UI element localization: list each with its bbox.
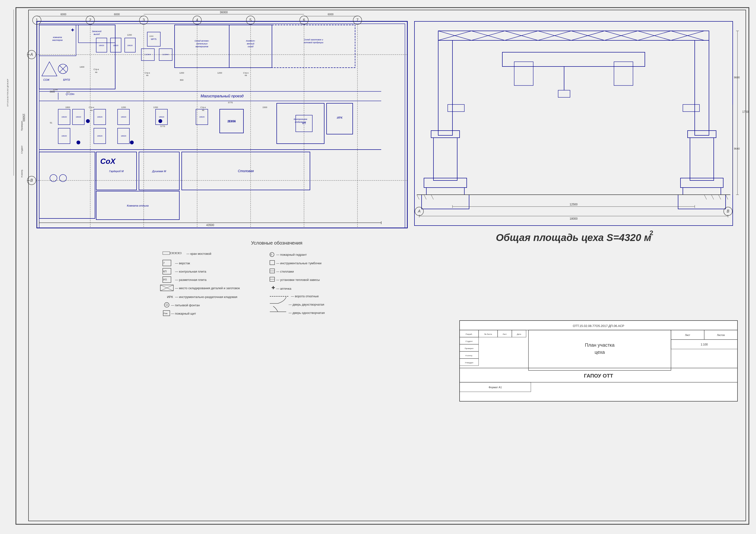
svg-text:ка: ка	[95, 71, 97, 73]
svg-text:Проверил: Проверил	[465, 347, 473, 350]
svg-rect-175	[690, 138, 714, 180]
svg-text:— питьевой фонтан: — питьевой фонтан	[171, 304, 200, 307]
svg-rect-244	[270, 260, 275, 265]
svg-text:5775: 5775	[228, 101, 233, 104]
svg-text:Листов: Листов	[717, 334, 725, 336]
svg-rect-3	[39, 24, 405, 228]
svg-rect-217	[176, 253, 178, 254]
svg-line-191	[711, 195, 714, 200]
svg-text:2: 2	[89, 18, 92, 22]
svg-text:✚: ✚	[71, 28, 74, 32]
svg-rect-169	[433, 138, 457, 180]
svg-text:9600: 9600	[734, 76, 740, 79]
svg-text:Магистральный проезд: Магистральный проезд	[201, 94, 244, 98]
svg-rect-218	[179, 253, 181, 254]
svg-text:Н.контр.: Н.контр.	[21, 169, 23, 177]
svg-line-193	[726, 195, 728, 200]
svg-text:16К20: 16К20	[99, 44, 104, 46]
svg-text:КП: КП	[302, 122, 306, 125]
svg-text:B: B	[30, 178, 33, 182]
svg-text:Лист: Лист	[502, 333, 507, 335]
svg-text:— ворота откатные: — ворота откатные	[291, 294, 319, 298]
svg-text:A: A	[30, 52, 33, 57]
svg-rect-216	[173, 253, 176, 254]
svg-rect-260	[460, 321, 738, 401]
svg-text:1:100: 1:100	[701, 343, 708, 346]
svg-line-188	[424, 195, 426, 200]
svg-text:Пож: Пож	[163, 312, 168, 315]
svg-text:— место складирования деталей : — место складирования деталей и заготово…	[175, 286, 240, 290]
svg-line-190	[704, 195, 707, 200]
svg-point-235	[164, 303, 169, 307]
svg-text:16К20: 16К20	[127, 44, 133, 46]
svg-text:Стр-к: Стр-к	[145, 72, 150, 74]
svg-text:6000: 6000	[328, 13, 334, 16]
svg-line-189	[431, 195, 433, 200]
svg-text:Запасной: Запасной	[92, 30, 101, 33]
svg-text:— аптечка: — аптечка	[276, 287, 291, 290]
svg-text:16К20: 16К20	[121, 135, 126, 137]
svg-rect-172	[421, 195, 469, 209]
svg-rect-181	[502, 52, 645, 67]
svg-text:выход: выход	[94, 33, 100, 35]
svg-text:— инструментально-раздаточная : — инструментально-раздаточная кладовая	[175, 295, 237, 299]
svg-text:36000: 36000	[220, 11, 228, 14]
svg-rect-215	[170, 253, 173, 254]
svg-text:Стр-к: Стр-к	[94, 68, 99, 70]
svg-text:— дверь однос­творчатая: — дверь однос­творчатая	[288, 311, 325, 315]
svg-text:— инструментальные тумбочки: — инструментальные тумбочки	[276, 261, 321, 265]
revision-block: ОТТ.15.02.08.77О5.2017.ДП.06.АСР	[2, 10, 14, 176]
svg-text:1200: 1200	[127, 34, 132, 36]
svg-text:ИРК: ИРК	[167, 295, 173, 299]
svg-rect-183	[614, 62, 633, 86]
svg-text:1200: 1200	[217, 72, 222, 74]
svg-text:гательных: гательных	[196, 42, 207, 45]
svg-text:6: 6	[303, 18, 305, 22]
svg-text:Дата: Дата	[517, 333, 521, 335]
svg-text:готовой продукции: готовой продукции	[304, 41, 323, 44]
svg-text:5: 5	[250, 18, 252, 22]
svg-text:ка: ка	[90, 109, 93, 111]
svg-text:3600: 3600	[50, 91, 55, 93]
svg-text:материалов: материалов	[196, 45, 208, 48]
svg-text:МР75: МР75	[151, 38, 156, 40]
svg-rect-134	[39, 152, 95, 219]
svg-text:План участка: План участка	[585, 342, 615, 348]
svg-point-236	[166, 304, 168, 306]
svg-text:2Е656: 2Е656	[228, 120, 236, 123]
svg-text:16К20: 16К20	[62, 135, 67, 137]
svg-text:16К20: 16К20	[159, 116, 164, 118]
svg-text:Студент: Студент	[21, 146, 23, 154]
svg-point-124	[76, 141, 80, 144]
svg-text:1800: 1800	[65, 106, 70, 109]
svg-text:16К20: 16К20	[199, 116, 205, 118]
svg-text:6000: 6000	[61, 13, 66, 16]
svg-rect-173	[695, 40, 709, 135]
svg-text:4: 4	[196, 18, 198, 22]
svg-rect-71	[272, 25, 355, 68]
svg-text:CoX: CoX	[100, 157, 116, 166]
svg-text:Склад заготовок и: Склад заготовок и	[304, 39, 323, 41]
svg-text:Душевая М: Душевая М	[152, 170, 166, 173]
svg-text:ка: ка	[245, 74, 247, 76]
svg-text:— разметочная плита: — разметочная плита	[175, 278, 207, 281]
svg-rect-167	[438, 40, 452, 135]
svg-point-123	[158, 119, 162, 123]
svg-text:A: A	[418, 209, 420, 213]
svg-text:Склад вспомо-: Склад вспомо-	[195, 40, 209, 42]
svg-text:Столовая: Столовая	[238, 169, 254, 173]
svg-text:— пожарный щит: — пожарный щит	[171, 312, 196, 315]
svg-rect-176	[681, 178, 723, 188]
svg-text:— установки тепловой завесы: — установки тепловой завесы	[276, 278, 320, 281]
svg-text:ОТТ.15.02.08.77О5.2017.ДП.06.А: ОТТ.15.02.08.77О5.2017.ДП.06.АСР	[573, 324, 624, 328]
page: 1 2 3 4 5 6 7 A B 6000	[0, 0, 756, 534]
svg-text:№ Листа: № Листа	[484, 333, 492, 335]
svg-text:ИРК: ИРК	[337, 116, 343, 120]
svg-text:— верстак: — верстак	[175, 261, 190, 265]
svg-text:— стеллажи: — стеллажи	[276, 270, 294, 273]
svg-text:комната: комната	[53, 36, 62, 39]
svg-text:15000: 15000	[22, 114, 25, 121]
svg-rect-171	[426, 188, 464, 195]
svg-rect-214	[163, 252, 170, 254]
svg-text:ка: ка	[202, 109, 204, 111]
